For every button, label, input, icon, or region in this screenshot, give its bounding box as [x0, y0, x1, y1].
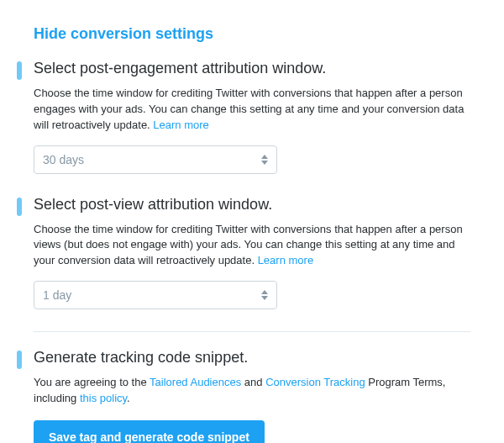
section-marker [17, 198, 22, 216]
section-title: Generate tracking code snippet. [34, 349, 470, 367]
select-value: 30 days [43, 153, 84, 166]
view-window-select[interactable]: 1 day [34, 281, 277, 309]
section-description: Choose the time window for crediting Twi… [34, 222, 470, 270]
section-title: Select post-view attribution window. [34, 196, 470, 214]
learn-more-link[interactable]: Learn more [258, 254, 313, 266]
agree-pre: You are agreeing to the [34, 376, 150, 388]
divider [34, 331, 470, 332]
save-tag-button[interactable]: Save tag and generate code snippet [34, 420, 265, 443]
section-marker [17, 351, 22, 369]
toggle-conversion-settings[interactable]: Hide conversion settings [34, 25, 470, 43]
section-title: Select post-engagement attribution windo… [34, 60, 470, 77]
section-post-view: Select post-view attribution window. Cho… [34, 196, 470, 310]
section-post-engagement: Select post-engagement attribution windo… [34, 60, 470, 174]
this-policy-link[interactable]: this policy [80, 392, 127, 404]
desc-text: Choose the time window for crediting Twi… [34, 223, 463, 267]
agreement-text: You are agreeing to the Tailored Audienc… [34, 375, 470, 407]
section-generate-snippet: Generate tracking code snippet. You are … [34, 349, 470, 443]
learn-more-link[interactable]: Learn more [153, 119, 208, 131]
agree-post: . [127, 392, 130, 404]
select-value: 1 day [43, 288, 71, 302]
desc-text: Choose the time window for crediting Twi… [34, 87, 464, 131]
select-stepper-icon [261, 290, 268, 300]
agree-and: and [241, 376, 265, 388]
conversion-tracking-link[interactable]: Conversion Tracking [265, 376, 365, 388]
select-stepper-icon [261, 155, 268, 165]
section-marker [17, 61, 22, 80]
engagement-window-select[interactable]: 30 days [34, 145, 277, 174]
section-description: Choose the time window for crediting Twi… [34, 86, 470, 134]
tailored-audiences-link[interactable]: Tailored Audiences [150, 376, 241, 388]
